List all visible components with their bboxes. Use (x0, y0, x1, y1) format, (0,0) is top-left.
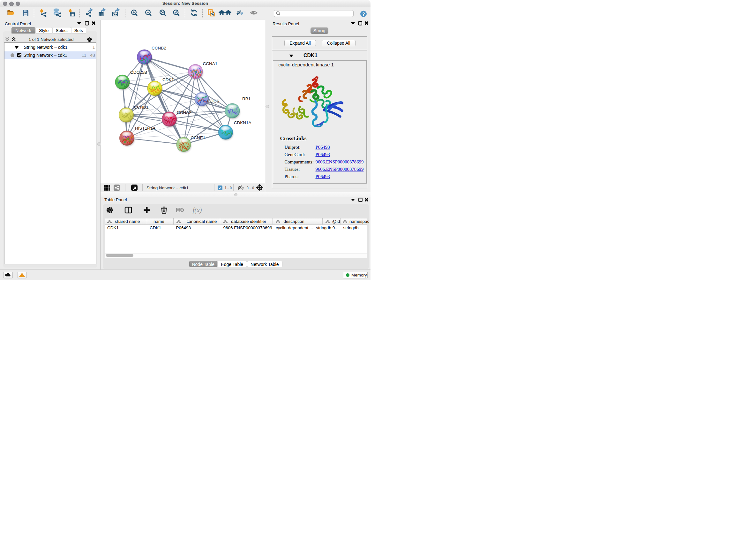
svg-text:CDKN1A: CDKN1A (234, 120, 252, 125)
svg-text:CDC6: CDC6 (207, 99, 219, 104)
svg-text:0 – 0: 0 – 0 (247, 186, 254, 190)
svg-text:CDK1: CDK1 (162, 77, 174, 82)
svg-text:f(x): f(x) (192, 206, 202, 214)
svg-text:CCNB1: CCNB1 (134, 105, 149, 110)
svg-text:HIST1H1A: HIST1H1A (135, 126, 156, 131)
svg-text:CDC25B: CDC25B (130, 70, 147, 75)
svg-text:1 – 0: 1 – 0 (225, 186, 232, 190)
svg-text:CCNA2: CCNA2 (177, 110, 192, 115)
svg-text:RB1: RB1 (242, 97, 251, 101)
svg-text:?: ? (362, 11, 365, 17)
svg-text:CCNB2: CCNB2 (151, 46, 166, 51)
svg-text:CCNA1: CCNA1 (203, 61, 218, 66)
svg-text:String Network – cdk1: String Network – cdk1 (146, 186, 189, 190)
svg-text:CCNE1: CCNE1 (191, 135, 205, 140)
